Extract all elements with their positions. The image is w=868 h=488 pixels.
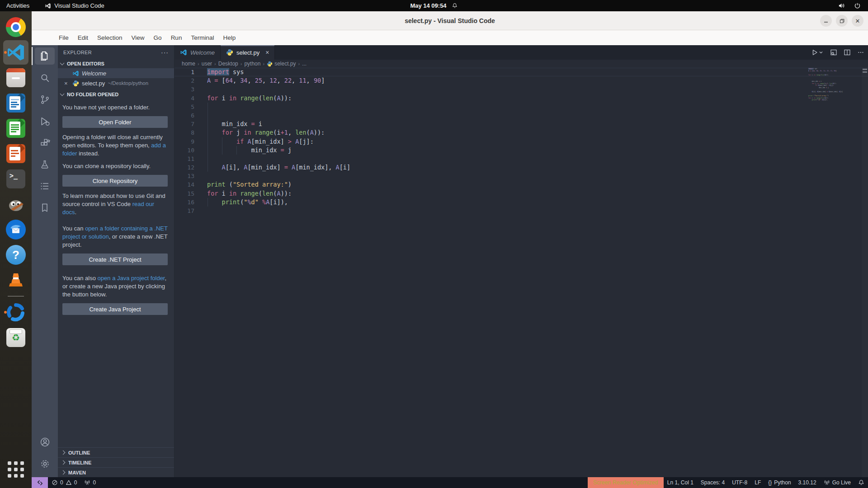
- create-java-project-button[interactable]: Create Java Project: [62, 303, 168, 315]
- dock-gimp[interactable]: [3, 192, 28, 216]
- line-number[interactable]: 3: [175, 85, 207, 94]
- line-number[interactable]: 6: [175, 111, 207, 120]
- dock-help[interactable]: ?: [3, 243, 28, 267]
- remote-indicator[interactable]: [32, 477, 48, 488]
- menu-item[interactable]: Selection: [93, 32, 127, 43]
- breadcrumb-file[interactable]: select.py: [267, 61, 296, 67]
- close-button[interactable]: ✕: [852, 15, 863, 27]
- clock-menu[interactable]: May 14 09:54: [410, 2, 458, 9]
- line-number[interactable]: 14: [175, 180, 207, 189]
- eol-status[interactable]: LF: [751, 477, 764, 488]
- line-number[interactable]: 8: [175, 128, 207, 137]
- dock-libreoffice-impress[interactable]: [3, 141, 28, 166]
- activities-button[interactable]: Activities: [6, 2, 29, 9]
- line-number[interactable]: 16: [175, 198, 207, 206]
- code-line[interactable]: 17: [175, 206, 868, 215]
- line-number[interactable]: 2: [175, 76, 207, 85]
- volume-icon[interactable]: [838, 2, 845, 9]
- breadcrumb-item[interactable]: python: [244, 61, 260, 67]
- breadcrumb-item[interactable]: Desktop: [218, 61, 238, 67]
- code-line[interactable]: 6: [175, 111, 868, 120]
- notifications-bell[interactable]: [854, 477, 868, 488]
- line-number[interactable]: 12: [175, 163, 207, 172]
- dock-file-manager[interactable]: [3, 66, 28, 90]
- menu-item[interactable]: File: [54, 32, 73, 43]
- power-icon[interactable]: [854, 2, 861, 9]
- indentation-status[interactable]: Spaces: 4: [697, 477, 728, 488]
- source-control-icon[interactable]: [32, 89, 58, 110]
- line-number[interactable]: 7: [175, 120, 207, 128]
- line-number[interactable]: 15: [175, 189, 207, 198]
- code-line[interactable]: 9 if A[min_idx] > A[j]:: [175, 137, 868, 146]
- menu-item[interactable]: Run: [166, 32, 187, 43]
- language-mode-status[interactable]: {} Python: [764, 477, 794, 488]
- dock-vscode[interactable]: [3, 40, 28, 65]
- sidebar-section-header[interactable]: OUTLINE: [58, 447, 174, 457]
- explorer-more-actions[interactable]: ···: [161, 49, 169, 56]
- code-line[interactable]: 8 for j in range(i+1, len(A)):: [175, 128, 868, 137]
- sidebar-section-header[interactable]: MAVEN: [58, 467, 174, 477]
- tab-select-py[interactable]: select.py ×: [221, 45, 275, 60]
- list-view-icon[interactable]: [32, 175, 58, 197]
- bookmarks-icon[interactable]: [32, 197, 58, 219]
- dock-libreoffice-calc[interactable]: [3, 116, 28, 141]
- dock-chrome[interactable]: [3, 15, 28, 39]
- line-number[interactable]: 10: [175, 146, 207, 155]
- no-folder-header[interactable]: NO FOLDER OPENED: [58, 90, 174, 99]
- cursor-position-status[interactable]: Ln 1, Col 1: [664, 477, 697, 488]
- settings-gear-icon[interactable]: [32, 453, 58, 474]
- line-number[interactable]: 5: [175, 103, 207, 111]
- menu-item[interactable]: Help: [218, 32, 240, 43]
- breadcrumb-more[interactable]: ...: [302, 61, 307, 67]
- dock-trash[interactable]: ♻: [3, 325, 28, 350]
- clone-repository-button[interactable]: Clone Repository: [62, 175, 168, 187]
- screen-reader-badge[interactable]: Screen Reader Optimized: [588, 477, 664, 488]
- close-icon[interactable]: ×: [64, 80, 68, 87]
- dock-libreoffice-writer[interactable]: [3, 91, 28, 115]
- line-number[interactable]: 9: [175, 137, 207, 146]
- code-line[interactable]: 10 min_idx = j: [175, 146, 868, 155]
- menu-item[interactable]: View: [127, 32, 149, 43]
- code-area[interactable]: 1 import sys 2 A = [64, 34, 25, 12, 22, …: [175, 68, 868, 477]
- restore-button[interactable]: [836, 15, 848, 27]
- menu-item[interactable]: Go: [149, 32, 166, 43]
- code-line[interactable]: 1 import sys: [175, 68, 868, 76]
- code-line[interactable]: 11: [175, 155, 868, 163]
- dock-thunderbird[interactable]: [3, 217, 28, 242]
- dock-show-applications[interactable]: [3, 457, 28, 482]
- extensions-icon[interactable]: [32, 132, 58, 154]
- dock-terminal[interactable]: >_: [3, 167, 28, 191]
- code-line[interactable]: 16 print("%d" %A[i]),: [175, 198, 868, 206]
- search-icon[interactable]: [32, 67, 58, 89]
- title-bar[interactable]: select.py - Visual Studio Code ✕: [32, 11, 868, 30]
- line-number[interactable]: 17: [175, 206, 207, 215]
- breadcrumb-item[interactable]: user: [202, 61, 212, 67]
- minimap[interactable]: import sys A = [64, 34, 25, 12, 22, 11, …: [808, 68, 862, 167]
- create-dotnet-project-button[interactable]: Create .NET Project: [62, 253, 168, 265]
- encoding-status[interactable]: UTF-8: [728, 477, 751, 488]
- dock-vlc[interactable]: [3, 268, 28, 292]
- editor-scrollbar[interactable]: [862, 68, 868, 477]
- open-folder-button[interactable]: Open Folder: [62, 116, 168, 128]
- menu-item[interactable]: Terminal: [186, 32, 218, 43]
- java-folder-link[interactable]: open a Java project folder: [98, 275, 165, 282]
- line-number[interactable]: 4: [175, 94, 207, 103]
- code-line[interactable]: 12 A[i], A[min_idx] = A[min_idx], A[i]: [175, 163, 868, 172]
- code-line[interactable]: 3: [175, 85, 868, 94]
- code-line[interactable]: 13: [175, 172, 868, 180]
- code-line[interactable]: 15 for i in range(len(A)):: [175, 189, 868, 198]
- dock-software-app[interactable]: [3, 300, 28, 324]
- run-python-file-button[interactable]: [811, 49, 824, 56]
- code-line[interactable]: 7 min_idx = i: [175, 120, 868, 128]
- breadcrumb-item[interactable]: home: [182, 61, 195, 67]
- python-version-status[interactable]: 3.10.12: [795, 477, 820, 488]
- code-line[interactable]: 2 A = [64, 34, 25, 12, 22, 11, 90]: [175, 76, 868, 85]
- open-editors-header[interactable]: OPEN EDITORS: [58, 59, 174, 68]
- run-debug-icon[interactable]: [32, 110, 58, 132]
- open-changes-icon[interactable]: [830, 49, 837, 56]
- ports-status[interactable]: 0: [80, 477, 99, 488]
- testing-icon[interactable]: [32, 154, 58, 175]
- tab-welcome[interactable]: Welcome: [175, 45, 221, 60]
- code-line[interactable]: 14 print ("Sorted array:"): [175, 180, 868, 189]
- go-live-status[interactable]: Go Live: [820, 477, 854, 488]
